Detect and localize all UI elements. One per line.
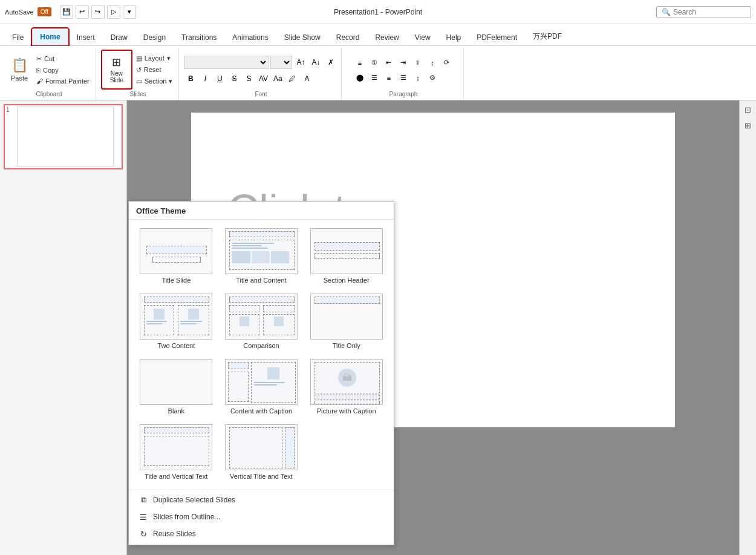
new-slide-dropdown: Office Theme Title Slide [128,201,394,545]
clipboard-buttons: 📋 Paste ✂ Cut ⎘ Copy 🖌 Format Painter [6,50,92,91]
layout-section-header[interactable]: Section Header [306,226,386,286]
layout-thumb-title-content [225,228,298,274]
layout-label-picture-caption: Picture with Caption [317,407,376,415]
numbering-button[interactable]: ① [368,56,381,70]
present-icon[interactable]: ▷ [107,5,120,19]
layout-title-only[interactable]: Title Only [306,291,386,352]
new-slide-button[interactable]: ⊞ New Slide [101,50,132,90]
tab-insert[interactable]: Insert [70,30,102,45]
layout-thumb-picture-caption: 🏔 [310,359,383,405]
layout-button[interactable]: ▤ Layout ▾ [134,53,175,64]
layout-two-content[interactable]: Two Content [136,291,217,352]
redo-icon[interactable]: ↪ [91,5,105,19]
strikethrough-button[interactable]: S [227,72,241,85]
layout-thumb-comparison [225,294,298,340]
font-label: Font [255,91,267,99]
outline-icon: ☰ [138,512,148,522]
bold-button[interactable]: B [184,72,197,85]
font-shrink-button[interactable]: A↓ [309,56,322,69]
right-panel: ⊡ ⊞ [739,100,756,555]
font-color-button[interactable]: A [300,72,313,85]
layout-picture-caption[interactable]: 🏔 Picture with Caption [306,356,386,417]
tab-transitions[interactable]: Transitions [174,30,224,45]
slide-thumbnail-1[interactable]: 1 [4,104,123,169]
duplicate-icon: ⧉ [138,495,148,505]
duplicate-label: Duplicate Selected Slides [153,496,235,504]
tab-file[interactable]: File [5,30,31,45]
tab-draw[interactable]: Draw [103,30,135,45]
align-center-button[interactable]: ☰ [368,71,381,85]
reuse-slides-action[interactable]: ↻ Reuse Slides [129,525,394,542]
text-direction-button[interactable]: ⟳ [440,56,454,70]
increase-indent-button[interactable]: ⇥ [397,56,410,70]
tab-home[interactable]: Home [32,28,68,45]
search-icon: 🔍 [662,8,671,16]
slides-label: Slides [129,91,146,99]
format-painter-button[interactable]: 🖌 Format Painter [34,76,92,86]
paste-button[interactable]: 📋 Paste [6,50,33,90]
tab-pdfelement[interactable]: PDFelement [469,30,524,45]
layout-label-title-vertical: Title and Vertical Text [145,473,207,480]
underline-button[interactable]: U [213,72,226,85]
clear-format-button[interactable]: ✗ [324,56,337,69]
reset-button[interactable]: ↺ Reset [134,65,175,75]
slide-thumb-preview [17,107,114,167]
layout-label-vertical-title: Vertical Title and Text [230,473,293,480]
decrease-indent-button[interactable]: ⇤ [382,56,396,70]
copy-button[interactable]: ⎘ Copy [34,65,92,75]
section-button[interactable]: ▭ Section ▾ [134,76,175,87]
layout-blank[interactable]: Blank [136,356,217,417]
layout-label-content-caption: Content with Caption [230,407,292,415]
columns-button[interactable]: ⫴ [411,56,425,70]
line-spacing-button[interactable]: ↕ [426,56,439,70]
layout-content-caption[interactable]: Content with Caption [221,356,302,417]
ribbon-tabs: File Home Insert Draw Design Transitions… [0,24,756,46]
char-spacing-button[interactable]: AV [256,72,270,85]
slides-from-outline-action[interactable]: ☰ Slides from Outline... [129,508,394,525]
layout-title-content[interactable]: Title and Content [221,226,302,286]
right-panel-btn-2[interactable]: ⊞ [741,119,755,132]
font-family-select[interactable] [184,56,269,69]
align-left-button[interactable]: ⬤ [353,71,367,85]
clipboard-group: 📋 Paste ✂ Cut ⎘ Copy 🖌 Format Painter Cl… [2,48,96,100]
align-text-button[interactable]: ↕ [411,71,425,85]
layout-vertical-title[interactable]: Vertical Title and Text [221,422,302,482]
search-box[interactable]: 🔍 [656,6,751,18]
tab-animations[interactable]: Animations [225,30,275,45]
highlight-button[interactable]: 🖊 [285,72,299,85]
autosave-toggle[interactable]: Off [37,7,51,16]
layout-thumb-title-only [310,294,383,340]
smartart-button[interactable]: ⚙ [426,71,439,85]
customize-icon[interactable]: ▾ [123,5,136,19]
tab-design[interactable]: Design [136,30,173,45]
search-input[interactable] [673,8,746,16]
new-slide-label: New Slide [110,70,123,84]
slide-panel: 1 [0,100,127,555]
tab-review[interactable]: Review [368,30,406,45]
cut-button[interactable]: ✂ Cut [34,54,92,64]
layout-comparison[interactable]: Comparison [221,291,302,352]
save-icon[interactable]: 💾 [60,5,73,19]
case-button[interactable]: Aa [271,72,284,85]
italic-button[interactable]: I [198,72,212,85]
align-right-button[interactable]: ≡ [382,71,396,85]
layout-title-vertical[interactable]: Title and Vertical Text [136,422,217,482]
right-panel-btn-1[interactable]: ⊡ [741,103,755,116]
layout-grid: Title Slide [129,220,394,488]
layout-title-slide[interactable]: Title Slide [136,226,217,286]
font-grow-button[interactable]: A↑ [294,56,307,69]
dropdown-title: Office Theme [129,202,394,220]
shadow-button[interactable]: S [242,72,255,85]
bullets-button[interactable]: ≡ [353,56,367,70]
slides-buttons: ⊞ New Slide ▤ Layout ▾ ↺ Reset ▭ Section… [101,50,175,91]
tab-help[interactable]: Help [439,30,469,45]
title-bar-right: 🔍 [656,6,751,18]
justify-button[interactable]: ☰ [397,71,410,85]
undo-icon[interactable]: ↩ [76,5,89,19]
duplicate-slides-action[interactable]: ⧉ Duplicate Selected Slides [129,491,394,508]
tab-record[interactable]: Record [329,30,367,45]
tab-view[interactable]: View [408,30,438,45]
tab-slideshow[interactable]: Slide Show [277,30,328,45]
font-size-select[interactable] [270,56,292,69]
tab-wanxingpdf[interactable]: 万兴PDF [526,28,569,45]
